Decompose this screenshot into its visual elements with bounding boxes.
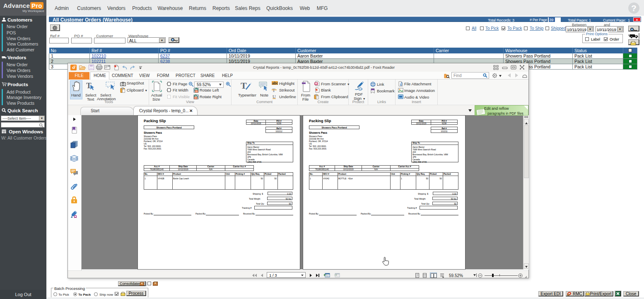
svg-text:abc: abc	[272, 81, 278, 85]
svg-text:U: U	[273, 94, 276, 99]
